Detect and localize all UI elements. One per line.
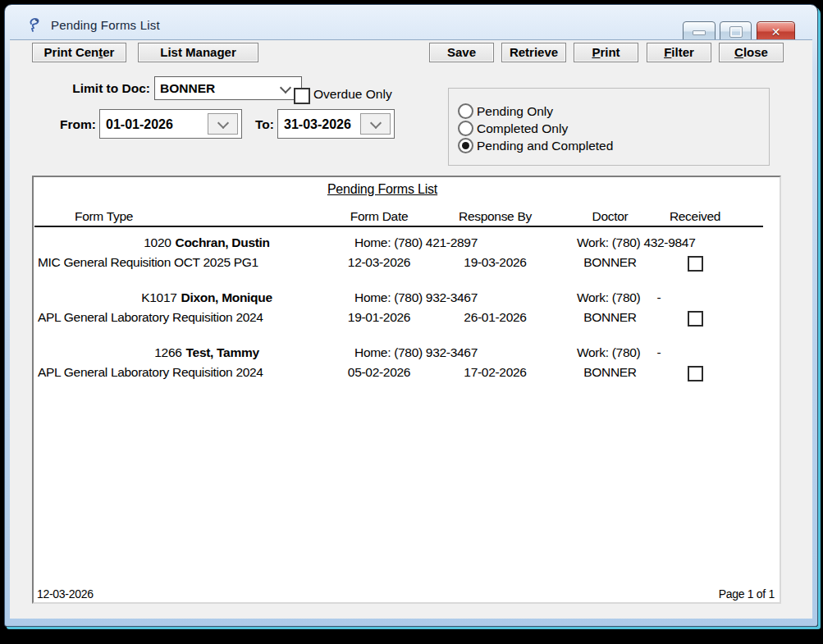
from-date-field[interactable]: 01-01-2026 bbox=[99, 109, 242, 139]
doctor: BONNER bbox=[575, 308, 645, 327]
to-label: To: bbox=[255, 109, 276, 140]
home-phone: Home: (780) 932-3467 bbox=[343, 288, 534, 308]
table-row: K1017Dixon, Monique Home: (780) 932-3467… bbox=[38, 288, 727, 327]
form-date: 05-02-2026 bbox=[343, 363, 415, 382]
form-type: APL General Laboratory Requisition 2024 bbox=[38, 308, 343, 327]
radio-button-icon bbox=[458, 121, 473, 136]
work-phone: Work: (780) - bbox=[575, 288, 727, 308]
close-icon: ✕ bbox=[771, 26, 781, 38]
radio-pending-and-completed[interactable]: Pending and Completed bbox=[458, 138, 613, 153]
titlebar: Pending Forms List ✕ bbox=[11, 11, 811, 42]
form-type: MIC General Requisition OCT 2025 PG1 bbox=[38, 253, 343, 272]
col-form-date: Form Date bbox=[343, 207, 415, 226]
work-phone: Work: (780) - bbox=[575, 343, 727, 363]
footer-date: 12-03-2026 bbox=[37, 587, 94, 601]
from-date-dropdown-button[interactable] bbox=[208, 113, 238, 135]
chevron-down-icon bbox=[280, 82, 291, 94]
table-row: 1266Test, Tammy Home: (780) 932-3467 Wor… bbox=[38, 343, 727, 382]
status-filter-group: Pending Only Completed Only Pending and … bbox=[448, 88, 770, 166]
response-by: 19-03-2026 bbox=[456, 253, 534, 272]
header-divider bbox=[34, 226, 763, 227]
to-date-field[interactable]: 31-03-2026 bbox=[277, 109, 395, 139]
work-phone: Work: (780) 432-9847 bbox=[575, 233, 727, 253]
home-phone: Home: (780) 421-2897 bbox=[343, 233, 534, 253]
to-date-value: 31-03-2026 bbox=[284, 117, 351, 131]
maximize-icon bbox=[730, 27, 742, 37]
overdue-only-label: Overdue Only bbox=[313, 87, 392, 102]
to-date-dropdown-button[interactable] bbox=[360, 113, 391, 135]
window-title: Pending Forms List bbox=[51, 18, 160, 32]
chevron-down-icon bbox=[217, 116, 228, 128]
print-button[interactable]: Print bbox=[574, 43, 638, 62]
from-label: From: bbox=[60, 109, 97, 140]
received-checkbox[interactable] bbox=[688, 256, 703, 272]
radio-button-icon bbox=[458, 103, 473, 119]
response-by: 17-02-2026 bbox=[456, 363, 534, 382]
patient-name: 1266Test, Tammy bbox=[38, 343, 343, 363]
col-received: Received bbox=[663, 207, 727, 226]
col-doctor: Doctor bbox=[575, 207, 645, 226]
limit-to-doc-label: Limit to Doc: bbox=[60, 76, 150, 100]
form-date: 19-01-2026 bbox=[343, 308, 415, 327]
overdue-only-checkbox[interactable] bbox=[294, 88, 310, 104]
col-form-type: Form Type bbox=[38, 207, 343, 226]
client-area: Print Center List Manager Save Retrieve … bbox=[10, 39, 812, 619]
print-center-button[interactable]: Print Center bbox=[32, 43, 126, 62]
col-response-by: Response By bbox=[456, 207, 534, 226]
form-date: 12-03-2026 bbox=[343, 253, 415, 272]
list-manager-button[interactable]: List Manager bbox=[138, 43, 258, 62]
response-by: 26-01-2026 bbox=[456, 308, 534, 327]
chevron-down-icon bbox=[369, 116, 381, 128]
retrieve-button[interactable]: Retrieve bbox=[501, 43, 566, 62]
radio-completed-only[interactable]: Completed Only bbox=[458, 121, 568, 136]
radio-button-selected-icon bbox=[458, 138, 473, 153]
close-button[interactable]: Close bbox=[719, 43, 784, 62]
panel-title: Pending Forms List bbox=[38, 182, 727, 197]
filter-button[interactable]: Filter bbox=[647, 43, 711, 62]
app-icon bbox=[28, 17, 43, 34]
footer-page-indicator: Page 1 of 1 bbox=[719, 587, 775, 601]
home-phone: Home: (780) 932-3467 bbox=[343, 343, 534, 363]
minimize-icon bbox=[693, 30, 706, 35]
doctor: BONNER bbox=[575, 253, 645, 272]
doctor-combobox-value: BONNER bbox=[160, 81, 215, 95]
doctor-combobox[interactable]: BONNER bbox=[154, 76, 302, 100]
window-frame: Pending Forms List ✕ Print Center List M… bbox=[4, 4, 818, 627]
column-headers: Form Type Form Date Response By Doctor R… bbox=[38, 207, 727, 226]
patient-name: 1020Cochran, Dustin bbox=[38, 233, 343, 253]
radio-pending-only[interactable]: Pending Only bbox=[458, 103, 553, 119]
received-checkbox[interactable] bbox=[688, 366, 703, 381]
received-checkbox[interactable] bbox=[688, 311, 703, 327]
table-row: 1020Cochran, Dustin Home: (780) 421-2897… bbox=[38, 233, 727, 272]
doctor: BONNER bbox=[575, 363, 645, 382]
from-date-value: 01-01-2026 bbox=[106, 117, 173, 131]
save-button[interactable]: Save bbox=[429, 43, 494, 62]
pending-forms-panel: Pending Forms List Form Type Form Date R… bbox=[32, 176, 781, 604]
form-type: APL General Laboratory Requisition 2024 bbox=[38, 363, 343, 382]
patient-name: K1017Dixon, Monique bbox=[38, 288, 343, 308]
